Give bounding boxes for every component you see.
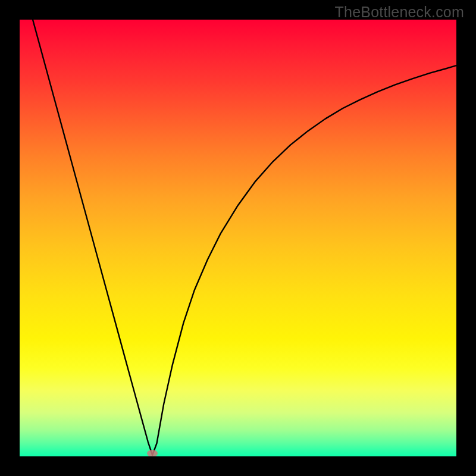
watermark-text: TheBottleneck.com — [335, 4, 464, 21]
minimum-marker — [147, 450, 158, 456]
plot-area — [20, 20, 456, 456]
curve-line — [20, 20, 456, 456]
chart-frame: TheBottleneck.com — [0, 0, 476, 476]
